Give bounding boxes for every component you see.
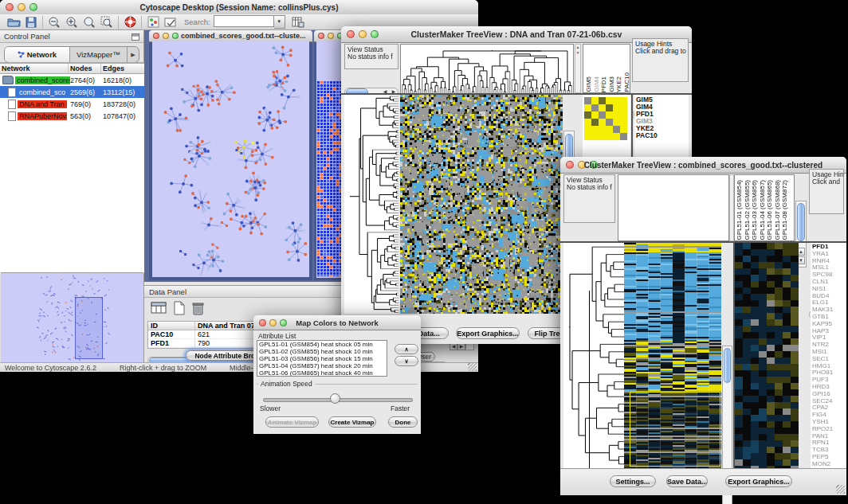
matrix-cell[interactable] <box>599 111 606 119</box>
matrix-cell[interactable] <box>620 119 627 126</box>
scrollbar-thumb[interactable] <box>724 348 731 383</box>
tv1-correlation-matrix[interactable] <box>584 97 627 140</box>
matrix-cell[interactable] <box>620 126 627 133</box>
tv2-column-dendrogram-area[interactable] <box>618 174 729 241</box>
network-window-1-titlebar[interactable]: combined_scores_good.txt--cluste... <box>149 30 312 42</box>
import-table-icon[interactable] <box>289 15 307 29</box>
attribute-item[interactable]: GPL51-03 (GSM856) heat shock 15 min <box>257 355 387 362</box>
done-button[interactable]: Done <box>388 416 418 428</box>
zoom-fit-icon[interactable] <box>80 15 98 29</box>
matrix-cell[interactable] <box>606 126 613 133</box>
matrix-cell[interactable] <box>599 119 606 126</box>
move-down-button[interactable]: ∨ <box>395 356 418 366</box>
tv1-column-dendrogram[interactable] <box>400 44 574 95</box>
matrix-cell[interactable] <box>591 133 599 140</box>
main-titlebar[interactable]: Cytoscape Desktop (Session Name: collins… <box>0 0 478 15</box>
network-row[interactable]: combined_scores2764(0)16218(0) <box>0 74 144 86</box>
matrix-cell[interactable] <box>606 133 613 140</box>
tv2-row-dendrogram[interactable] <box>563 243 624 468</box>
scrollbar-thumb[interactable] <box>797 203 805 241</box>
zoom-in-icon[interactable] <box>63 15 80 29</box>
matrix-cell[interactable] <box>599 97 606 104</box>
search-input[interactable] <box>214 15 274 27</box>
matrix-cell[interactable] <box>620 133 627 140</box>
resize-grip[interactable] <box>468 362 477 371</box>
attribute-item[interactable]: GPL51-04 (GSM857) heat shock 20 min <box>257 362 387 369</box>
tab-vizmapper[interactable]: VizMapper™ <box>70 47 128 62</box>
tv1-tiny-scroll-strip[interactable]: ▲▼ <box>575 44 581 93</box>
matrix-cell[interactable] <box>613 133 620 140</box>
matrix-cell[interactable] <box>606 111 613 119</box>
new-attribute-icon[interactable] <box>173 301 186 318</box>
matrix-cell[interactable] <box>606 119 613 126</box>
delete-attribute-icon[interactable] <box>192 301 204 318</box>
speed-slider-thumb[interactable] <box>330 393 340 404</box>
close-button[interactable] <box>318 33 324 39</box>
zoom-out-icon[interactable] <box>45 15 63 29</box>
gene-label[interactable]: MON2 <box>811 461 846 468</box>
matrix-cell[interactable] <box>591 126 599 133</box>
matrix-cell[interactable] <box>584 119 591 126</box>
create-vizmap-button[interactable]: Create Vizmap <box>328 416 376 428</box>
annotation-icon[interactable] <box>162 15 179 29</box>
matrix-cell[interactable] <box>606 97 613 104</box>
overview-viewport-rect[interactable] <box>75 297 103 359</box>
attribute-listbox[interactable]: GPL51-01 (GSM854) heat shock 05 minGPL51… <box>257 340 387 377</box>
tv2-settings-button[interactable]: Settings... <box>610 475 656 487</box>
move-up-button[interactable]: ∧ <box>395 344 418 354</box>
network-row[interactable]: RNAPuberNov2+563(0)107847(0) <box>0 110 144 122</box>
help-lifesaver-icon[interactable] <box>121 15 139 29</box>
network-view-1[interactable] <box>152 41 309 277</box>
matrix-cell[interactable] <box>591 119 599 126</box>
resize-grip[interactable] <box>836 485 845 494</box>
tv1-row-dendrogram[interactable] <box>344 95 398 314</box>
col-edges[interactable]: Edges <box>101 64 144 73</box>
tab-overflow-button[interactable]: ▶ <box>128 47 139 62</box>
tv2-export-graphics-button[interactable]: Export Graphics... <box>725 475 792 487</box>
matrix-cell[interactable] <box>599 104 606 111</box>
matrix-cell[interactable] <box>591 111 599 119</box>
col-id[interactable]: ID <box>148 322 195 330</box>
tab-network[interactable]: Network <box>5 47 70 62</box>
network-row[interactable]: DNA and Tran 07769(0)183728(0) <box>0 98 144 110</box>
tv1-export-graphics-button[interactable]: Export Graphics... <box>456 327 520 339</box>
animate-vizmap-button[interactable]: Animate Vizmap <box>265 416 319 428</box>
matrix-cell[interactable] <box>591 97 599 104</box>
open-file-button[interactable] <box>5 15 22 29</box>
matrix-cell[interactable] <box>591 104 599 111</box>
float-panel-icon[interactable] <box>132 29 139 44</box>
attribute-item[interactable]: GPL51-01 (GSM854) heat shock 05 min <box>257 341 387 348</box>
minimize-button[interactable] <box>328 33 334 39</box>
tv2-selection-rect[interactable] <box>630 392 720 467</box>
col-network[interactable]: Network <box>0 64 69 73</box>
zoom-selected-icon[interactable] <box>98 15 116 29</box>
select-attributes-icon[interactable] <box>151 301 167 318</box>
matrix-cell[interactable] <box>613 119 620 126</box>
matrix-cell[interactable] <box>620 111 627 119</box>
tv2-save-data-button[interactable]: Save Data... <box>666 475 708 487</box>
matrix-cell[interactable] <box>613 126 620 133</box>
matrix-cell[interactable] <box>613 111 620 119</box>
attribute-item[interactable]: GPL51-02 (GSM855) heat shock 10 min <box>257 348 387 355</box>
save-button[interactable] <box>22 15 40 29</box>
matrix-cell[interactable] <box>584 97 591 104</box>
vizmap-icon[interactable] <box>144 15 162 29</box>
matrix-cell[interactable] <box>584 111 591 119</box>
matrix-cell[interactable] <box>620 104 627 111</box>
tv1-heatmap[interactable] <box>400 95 563 314</box>
attribute-item[interactable]: GPL51-06 (GSM865) heat shock 40 min <box>257 369 387 377</box>
treeview2-titlebar[interactable]: ClusterMaker TreeView : combined_scores_… <box>560 157 846 174</box>
matrix-cell[interactable] <box>606 104 613 111</box>
network-row[interactable]: combined_sco2569(6)13112(15) <box>0 86 144 98</box>
matrix-cell[interactable] <box>599 133 606 140</box>
matrix-cell[interactable] <box>620 97 627 104</box>
network-overview-panel[interactable] <box>1 272 143 363</box>
tv2-zoom-heatmap[interactable] <box>735 243 799 468</box>
matrix-cell[interactable] <box>613 97 620 104</box>
matrix-cell[interactable] <box>613 104 620 111</box>
dialog-titlebar[interactable]: Map Colors to Network <box>253 315 421 330</box>
matrix-cell[interactable] <box>599 126 606 133</box>
matrix-cell[interactable] <box>584 104 591 111</box>
search-dropdown-button[interactable]: ▼ <box>274 15 285 29</box>
col-nodes[interactable]: Nodes <box>69 64 101 73</box>
